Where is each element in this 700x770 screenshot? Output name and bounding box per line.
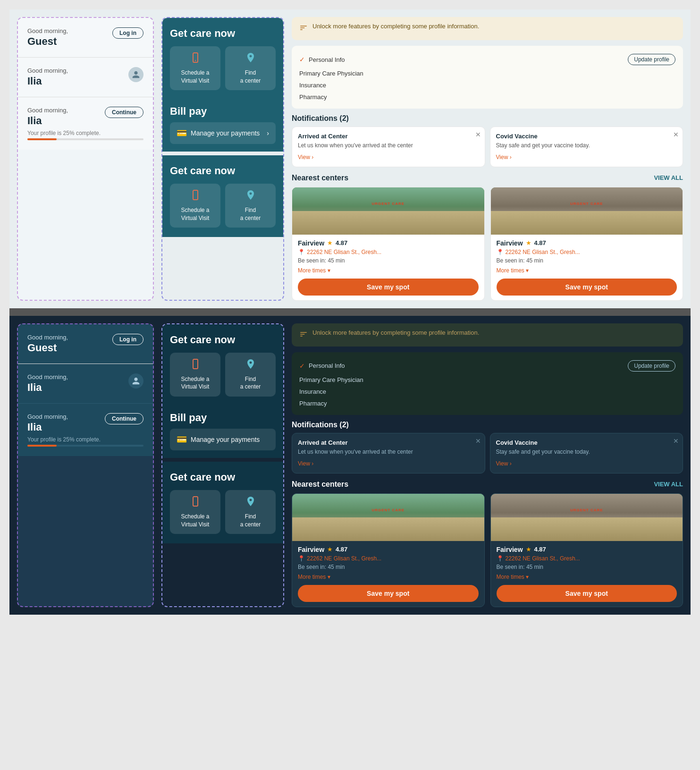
get-care-card-1-light: Get care now Schedule aVirtual Visit [162, 18, 283, 100]
notifications-grid-dark: Arrived at Center Let us know when you'v… [292, 433, 683, 474]
save-spot-btn-2-dark[interactable]: Save my spot [497, 585, 677, 602]
address-text-1-dark: 22262 NE Glisan St., Gresh... [307, 555, 381, 562]
center-name-row-2-dark: Fairview ★ 4.87 [497, 546, 677, 553]
more-times-link-1-light[interactable]: More times ▾ [298, 267, 330, 274]
progress-bar-container-light [27, 138, 143, 140]
guest-greeting-dark: Good morning, [27, 334, 68, 341]
rating-value-2-light: 4.87 [534, 239, 546, 246]
center-info-1-dark: Fairview ★ 4.87 📍 22262 NE Glisan St., G… [292, 541, 484, 607]
location-icon-1-dark [229, 358, 272, 372]
banner-text-light: Unlock more features by completing some … [312, 23, 479, 30]
bill-pay-section-dark: Bill pay 💳 Manage your payments [162, 406, 283, 458]
continue-button-dark[interactable]: Continue [105, 413, 143, 424]
center-info-2-dark: Fairview ★ 4.87 📍 22262 NE Glisan St., G… [491, 541, 683, 607]
ilia-card-light: Good morning, Ilia [18, 58, 153, 97]
view-all-link-dark[interactable]: VIEW ALL [654, 481, 683, 488]
checklist-item-pcp-light: Primary Care Physician [299, 68, 675, 79]
arrived-link-light[interactable]: View › [298, 154, 313, 161]
more-times-link-1-dark[interactable]: More times ▾ [298, 574, 330, 580]
center-wait-1-dark: Be seen in: 45 min [298, 564, 479, 570]
ilia-continue-greeting-light: Good morning, [27, 107, 68, 114]
notification-arrived-light: Arrived at Center Let us know when you'v… [292, 127, 485, 167]
schedule-virtual-visit-btn-2-dark[interactable]: Schedule aVirtual Visit [170, 490, 220, 534]
arrived-close-btn-dark[interactable]: ✕ [475, 437, 481, 445]
address-text-2-dark: 22262 NE Glisan St., Gresh... [506, 555, 580, 562]
schedule-visit-label-2-light: Schedule aVirtual Visit [181, 207, 209, 221]
covid-link-light[interactable]: View › [496, 154, 512, 161]
update-profile-btn-dark[interactable]: Update profile [628, 360, 675, 372]
arrived-close-btn-light[interactable]: ✕ [475, 131, 481, 138]
bill-title-dark: Bill pay [170, 412, 276, 424]
right-panel-dark: Unlock more features by completing some … [292, 323, 683, 607]
covid-close-btn-dark[interactable]: ✕ [673, 437, 679, 445]
find-center-btn-1-light[interactable]: Finda center [225, 46, 276, 90]
profile-banner-light: Unlock more features by completing some … [292, 17, 683, 40]
manage-payments-label-dark: Manage your payments [191, 436, 260, 443]
center-address-1-dark[interactable]: 📍 22262 NE Glisan St., Gresh... [298, 555, 479, 562]
schedule-virtual-visit-btn-2-light[interactable]: Schedule aVirtual Visit [170, 184, 220, 228]
checklist-item-pcp-dark: Primary Care Physician [299, 374, 675, 386]
login-button-light[interactable]: Log in [112, 27, 143, 39]
schedule-visit-label-light: Schedule aVirtual Visit [181, 69, 209, 84]
more-times-link-2-dark[interactable]: More times ▾ [497, 574, 529, 580]
profile-progress-text-dark: Your profile is 25% complete. [27, 436, 143, 443]
user-cards-panel-light: Good morning, Guest Log in Good morning,… [17, 17, 154, 301]
find-center-btn-2-dark[interactable]: Finda center [225, 490, 276, 534]
save-spot-btn-1-light[interactable]: Save my spot [298, 279, 479, 296]
save-spot-btn-2-light[interactable]: Save my spot [497, 279, 677, 296]
center-name-2-light: Fairview [497, 239, 523, 247]
login-button-dark[interactable]: Log in [112, 334, 143, 345]
nearest-centers-title-light: Nearest centers [292, 174, 348, 182]
progress-bar-fill-dark [27, 445, 57, 447]
centers-grid-light: Fairview ★ 4.87 📍 22262 NE Glisan St., G… [292, 187, 683, 301]
pcp-label-light: Primary Care Physician [299, 70, 363, 77]
checklist-item-label-personal-dark: ✓ Personal Info [299, 362, 345, 370]
find-center-btn-2-light[interactable]: Finda center [225, 184, 276, 228]
arrived-link-dark[interactable]: View › [298, 460, 313, 467]
checklist-item-label-personal-light: ✓ Personal Info [299, 56, 345, 63]
view-all-link-light[interactable]: VIEW ALL [654, 174, 683, 181]
bill-title-light: Bill pay [170, 105, 276, 118]
update-profile-btn-light[interactable]: Update profile [628, 54, 675, 65]
schedule-virtual-visit-btn-light[interactable]: Schedule aVirtual Visit [170, 46, 220, 90]
center-address-1-light[interactable]: 📍 22262 NE Glisan St., Gresh... [298, 249, 479, 255]
insurance-label-light: Insurance [299, 82, 326, 89]
location-pin-icon-1-dark: 📍 [298, 555, 305, 562]
ilia-continue-name-light: Ilia [27, 115, 68, 127]
centers-grid-dark: Fairview ★ 4.87 📍 22262 NE Glisan St., G… [292, 493, 683, 607]
covid-body-light: Stay safe and get your vaccine today. [496, 142, 677, 150]
profile-checklist-light: ✓ Personal Info Update profile Primary C… [292, 46, 683, 109]
covid-link-dark[interactable]: View › [496, 460, 512, 467]
user-cards-panel-dark: Good morning, Guest Log in Good morning,… [17, 323, 154, 607]
payments-icon-light: 💳 [177, 128, 187, 138]
notifications-grid-light: Arrived at Center Let us know when you'v… [292, 127, 683, 167]
get-care-card-2-light: Get care now Schedule aVirtual Visit [162, 155, 283, 237]
ilia-greeting-light: Good morning, [27, 67, 68, 74]
schedule-visit-label-2-dark: Schedule aVirtual Visit [181, 513, 209, 528]
more-times-link-2-light[interactable]: More times ▾ [497, 267, 529, 274]
nearest-centers-header-light: Nearest centers VIEW ALL [292, 174, 683, 182]
notifications-title-dark: Notifications (2) [292, 421, 349, 429]
save-spot-btn-1-dark[interactable]: Save my spot [298, 585, 479, 602]
nearest-centers-header-dark: Nearest centers VIEW ALL [292, 480, 683, 489]
building-facade-1-light [292, 187, 484, 235]
center-name-row-2-light: Fairview ★ 4.87 [497, 239, 677, 247]
center-card-1-dark: Fairview ★ 4.87 📍 22262 NE Glisan St., G… [292, 493, 485, 607]
center-card-2-dark: Fairview ★ 4.87 📍 22262 NE Glisan St., G… [490, 493, 683, 607]
address-text-2-light: 22262 NE Glisan St., Gresh... [506, 249, 580, 255]
building-facade-1-dark [292, 494, 484, 541]
guest-greeting-light: Good morning, [27, 27, 68, 34]
manage-payments-btn-light[interactable]: 💳 Manage your payments › [170, 122, 276, 144]
care-panel-light: Get care now Schedule aVirtual Visit [161, 17, 284, 301]
manage-payments-btn-dark[interactable]: 💳 Manage your payments [170, 429, 276, 450]
find-center-btn-1-dark[interactable]: Finda center [225, 353, 276, 397]
svg-rect-3 [193, 359, 198, 369]
schedule-virtual-visit-btn-dark[interactable]: Schedule aVirtual Visit [170, 353, 220, 397]
continue-button-light[interactable]: Continue [105, 107, 143, 118]
covid-close-btn-light[interactable]: ✕ [673, 131, 679, 138]
center-address-2-light[interactable]: 📍 22262 NE Glisan St., Gresh... [497, 249, 677, 255]
ilia-continue-name-dark: Ilia [27, 421, 68, 433]
payments-icon-dark: 💳 [177, 434, 187, 445]
manage-payments-inner-light: 💳 Manage your payments [177, 128, 260, 138]
center-address-2-dark[interactable]: 📍 22262 NE Glisan St., Gresh... [497, 555, 677, 562]
